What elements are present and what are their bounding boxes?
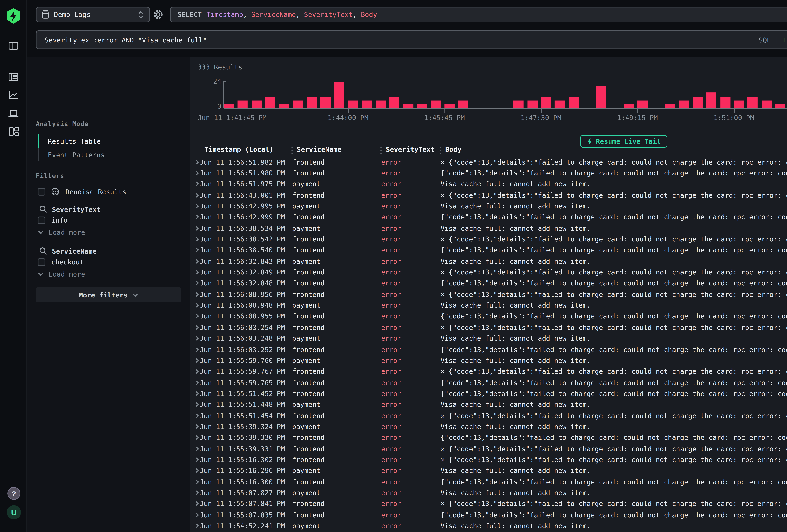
row-expand-icon[interactable] [190, 325, 200, 330]
row-expand-icon[interactable] [190, 171, 200, 175]
row-expand-icon[interactable] [190, 468, 200, 473]
col-servicename[interactable]: ServiceName [297, 146, 342, 153]
table-row[interactable]: Jun 11 1:56:42.999 PM frontend error {"c… [190, 212, 787, 223]
hyperdx-logo-icon[interactable] [6, 8, 21, 24]
histogram-bar[interactable] [775, 104, 785, 108]
table-row[interactable]: Jun 11 1:56:38.534 PM payment error Visa… [190, 223, 787, 234]
row-expand-icon[interactable] [190, 204, 200, 208]
row-expand-icon[interactable] [190, 391, 200, 396]
histogram-bar[interactable] [389, 97, 400, 108]
row-expand-icon[interactable] [190, 193, 200, 197]
histogram-bar[interactable] [265, 97, 275, 108]
table-row[interactable]: Jun 11 1:55:59.760 PM payment error Visa… [190, 355, 787, 366]
select-clause-input[interactable]: SELECT Timestamp, ServiceName, SeverityT… [170, 7, 787, 22]
denoise-results-row[interactable]: Denoise Results [38, 188, 126, 195]
checkout-checkbox[interactable] [38, 258, 45, 266]
histogram-bar[interactable] [252, 100, 261, 108]
histogram-bar[interactable] [403, 104, 413, 108]
table-row[interactable]: Jun 11 1:55:07.827 PM payment error Visa… [190, 487, 787, 498]
histogram-bar[interactable] [320, 97, 331, 108]
table-row[interactable]: Jun 11 1:56:32.843 PM payment error Visa… [190, 256, 787, 267]
table-row[interactable]: Jun 11 1:56:38.540 PM frontend error {"c… [190, 245, 787, 256]
table-row[interactable]: Jun 11 1:56:32.849 PM frontend error × {… [190, 267, 787, 278]
row-expand-icon[interactable] [190, 303, 200, 308]
histogram-bar[interactable] [637, 100, 647, 108]
histogram-bar[interactable] [569, 97, 579, 108]
table-row[interactable]: Jun 11 1:56:43.001 PM frontend error × {… [190, 190, 787, 200]
row-expand-icon[interactable] [190, 502, 200, 506]
row-expand-icon[interactable] [190, 237, 200, 241]
table-row[interactable]: Jun 11 1:55:16.296 PM payment error Visa… [190, 465, 787, 476]
histogram-bar[interactable] [679, 100, 689, 108]
language-toggle-sql[interactable]: SQL [759, 36, 771, 43]
histogram-bar[interactable] [417, 104, 427, 108]
col-severitytext[interactable]: SeverityText [386, 146, 434, 153]
dashboards-icon[interactable] [7, 125, 20, 139]
histogram-bar[interactable] [596, 86, 606, 108]
histogram-bar[interactable] [431, 100, 441, 108]
row-expand-icon[interactable] [190, 182, 200, 186]
table-row[interactable]: Jun 11 1:56:38.542 PM frontend error × {… [190, 234, 787, 245]
table-row[interactable]: Jun 11 1:56:08.956 PM frontend error × {… [190, 289, 787, 300]
row-expand-icon[interactable] [190, 524, 200, 528]
histogram-bar[interactable] [279, 104, 289, 108]
table-row[interactable]: Jun 11 1:55:39.330 PM frontend error {"c… [190, 432, 787, 443]
table-row[interactable]: Jun 11 1:55:51.452 PM frontend error {"c… [190, 388, 787, 399]
histogram-bar[interactable] [541, 97, 551, 108]
histogram-bar[interactable] [306, 97, 317, 108]
histogram-bar[interactable] [665, 104, 675, 108]
search-input[interactable]: SeverityText:error AND "Visa cache full"… [36, 30, 787, 49]
table-row[interactable]: Jun 11 1:56:08.955 PM frontend error {"c… [190, 311, 787, 322]
results-histogram[interactable] [224, 81, 787, 108]
row-expand-icon[interactable] [190, 159, 200, 164]
row-expand-icon[interactable] [190, 369, 200, 374]
language-toggle-lucene[interactable]: Lucene [783, 36, 787, 43]
histogram-bar[interactable] [734, 100, 744, 108]
row-expand-icon[interactable] [190, 347, 200, 352]
histogram-bar[interactable] [693, 97, 703, 108]
row-expand-icon[interactable] [190, 336, 200, 341]
histogram-bar[interactable] [238, 100, 248, 108]
sessions-icon[interactable] [7, 107, 20, 120]
row-expand-icon[interactable] [190, 292, 200, 297]
more-filters-button[interactable]: More filters [36, 288, 182, 302]
column-resize-handle[interactable] [440, 147, 441, 154]
histogram-bar[interactable] [334, 82, 344, 108]
histogram-bar[interactable] [527, 100, 537, 108]
row-expand-icon[interactable] [190, 380, 200, 385]
row-expand-icon[interactable] [190, 358, 200, 363]
table-row[interactable]: Jun 11 1:55:16.302 PM frontend error × {… [190, 454, 787, 465]
table-row[interactable]: Jun 11 1:56:03.252 PM frontend error {"c… [190, 344, 787, 355]
filter-option-info[interactable]: info [38, 217, 67, 224]
row-expand-icon[interactable] [190, 314, 200, 319]
col-timestamp[interactable]: Timestamp (Local) [205, 146, 274, 153]
row-expand-icon[interactable] [190, 402, 200, 407]
histogram-bar[interactable] [293, 100, 303, 108]
histogram-bar[interactable] [362, 100, 372, 108]
histogram-bar[interactable] [555, 100, 565, 108]
chart-icon[interactable] [7, 88, 20, 102]
col-body[interactable]: Body [445, 146, 462, 153]
row-expand-icon[interactable] [190, 226, 200, 231]
table-row[interactable]: Jun 11 1:55:39.331 PM frontend error × {… [190, 443, 787, 454]
table-row[interactable]: Jun 11 1:55:51.448 PM payment error Visa… [190, 399, 787, 410]
row-expand-icon[interactable] [190, 413, 200, 418]
search-icon[interactable] [39, 247, 47, 255]
table-row[interactable]: Jun 11 1:55:07.841 PM frontend error × {… [190, 498, 787, 509]
table-row[interactable]: Jun 11 1:55:59.767 PM frontend error × {… [190, 366, 787, 377]
table-row[interactable]: Jun 11 1:55:59.765 PM frontend error {"c… [190, 377, 787, 388]
gear-icon[interactable] [152, 9, 164, 20]
help-button[interactable]: ? [7, 487, 20, 500]
mode-event-patterns[interactable]: Event Patterns [38, 148, 179, 161]
filter-option-checkout[interactable]: checkout [38, 258, 84, 266]
row-expand-icon[interactable] [190, 446, 200, 451]
table-row[interactable]: Jun 11 1:56:51.982 PM frontend error × {… [190, 156, 787, 168]
row-expand-icon[interactable] [190, 259, 200, 264]
table-row[interactable]: Jun 11 1:55:07.835 PM frontend error {"c… [190, 509, 787, 520]
histogram-bar[interactable] [445, 104, 454, 108]
table-row[interactable]: Jun 11 1:56:03.248 PM payment error Visa… [190, 333, 787, 344]
table-row[interactable]: Jun 11 1:55:39.324 PM payment error Visa… [190, 421, 787, 432]
avatar[interactable]: U [7, 505, 21, 519]
histogram-bar[interactable] [624, 104, 634, 108]
table-row[interactable]: Jun 11 1:55:16.300 PM frontend error {"c… [190, 476, 787, 487]
